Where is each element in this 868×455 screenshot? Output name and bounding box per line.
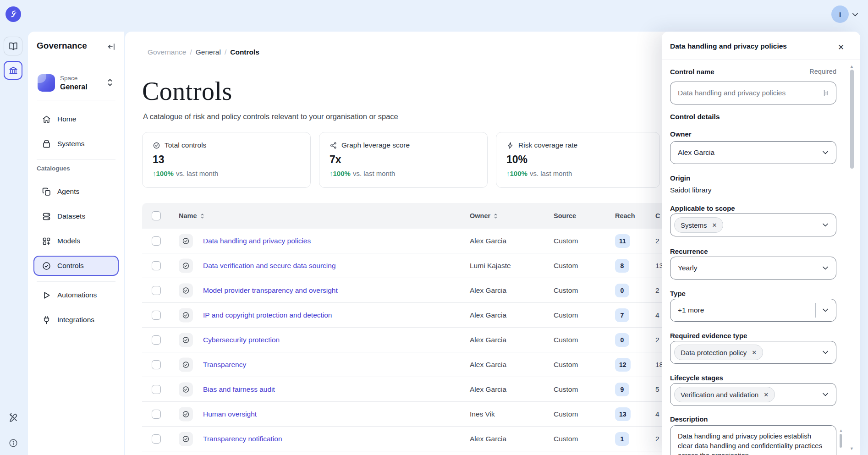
- library-rail-button[interactable]: [4, 37, 22, 55]
- control-name-link[interactable]: Data handling and privacy policies: [203, 237, 311, 245]
- check-circle-icon: [182, 286, 190, 294]
- control-type-badge: [179, 308, 193, 322]
- sidebar-divider: [37, 100, 115, 100]
- remove-chip-button[interactable]: ✕: [712, 222, 717, 229]
- control-name-link[interactable]: Model provider transparency and oversigh…: [203, 286, 338, 295]
- owner-cell: Alex Garcia: [470, 237, 506, 245]
- description-textarea[interactable]: Data handling and privacy policies estab…: [670, 425, 836, 455]
- close-icon: ✕: [712, 222, 717, 229]
- sidebar-item-controls[interactable]: Controls: [33, 256, 119, 276]
- scope-select[interactable]: Systems ✕: [670, 214, 836, 236]
- description-label: Description: [670, 415, 708, 423]
- reach-cell: 8: [615, 259, 629, 273]
- row-checkbox[interactable]: [152, 261, 161, 270]
- info-rail-button[interactable]: [6, 436, 20, 450]
- owner-cell: Alex Garcia: [470, 385, 506, 394]
- sidebar-item-systems[interactable]: Systems: [34, 134, 118, 154]
- lifecycle-label: Lifecycle stages: [670, 374, 723, 382]
- control-name-link[interactable]: Cybersecurity protection: [203, 336, 280, 344]
- panel-scroll-up-icon[interactable]: ▲: [850, 64, 854, 69]
- control-name-input[interactable]: [670, 82, 836, 104]
- sidebar-item-home[interactable]: Home: [34, 109, 118, 129]
- remove-chip-button[interactable]: ✕: [764, 391, 769, 398]
- reach-cell: 0: [615, 333, 629, 347]
- governance-rail-button[interactable]: [4, 61, 22, 80]
- panel-scroll-down-icon[interactable]: ▼: [850, 446, 854, 451]
- sidebar-item-label: Controls: [57, 262, 84, 270]
- space-avatar[interactable]: [38, 74, 55, 92]
- select-all-checkbox[interactable]: [152, 211, 161, 220]
- sidebar-item-integrations[interactable]: Integrations: [34, 310, 118, 330]
- control-name-link[interactable]: Bias and fairness audit: [203, 385, 275, 394]
- column-header-reach[interactable]: Reach: [615, 212, 635, 219]
- column-header-extra[interactable]: C: [655, 212, 660, 219]
- recurrence-select[interactable]: Yearly: [670, 257, 836, 280]
- sidebar-item-datasets[interactable]: Datasets: [34, 206, 118, 226]
- column-header-owner[interactable]: Owner: [470, 212, 499, 219]
- tools-rail-button[interactable]: [6, 411, 20, 424]
- extra-cell: 2: [655, 336, 659, 344]
- control-name-link[interactable]: Human oversight: [203, 410, 257, 418]
- sidebar-item-label: Integrations: [57, 316, 94, 324]
- extra-cell: 4: [655, 311, 659, 319]
- source-cell: Custom: [554, 237, 578, 245]
- sidebar-item-agents[interactable]: Agents: [34, 181, 118, 202]
- trend-caption: vs. last month: [176, 170, 219, 177]
- collapse-sidebar-button[interactable]: [106, 42, 117, 53]
- row-checkbox[interactable]: [152, 434, 161, 444]
- sort-icon[interactable]: [199, 213, 205, 219]
- close-panel-button[interactable]: ✕: [835, 41, 847, 53]
- breadcrumb-governance[interactable]: Governance: [148, 48, 186, 56]
- row-checkbox[interactable]: [152, 385, 161, 394]
- control-name-link[interactable]: Transparency notification: [203, 435, 282, 443]
- app-root: I Governance Space General Home Sys: [0, 0, 868, 455]
- owner-value: Alex Garcia: [678, 148, 714, 157]
- sidebar-item-models[interactable]: Models: [34, 231, 118, 251]
- control-detail-panel: Data handling and privacy policies ✕ Con…: [662, 32, 860, 455]
- control-name-field: [670, 82, 836, 104]
- breadcrumb: Governance / General / Controls: [148, 48, 259, 56]
- row-checkbox[interactable]: [152, 286, 161, 295]
- sort-icon[interactable]: [493, 213, 499, 219]
- control-name-link[interactable]: Transparency: [203, 361, 246, 369]
- lifecycle-select[interactable]: Verification and validation ✕: [670, 383, 836, 406]
- row-checkbox[interactable]: [152, 410, 161, 419]
- control-name-link[interactable]: IP and copyright protection and detectio…: [203, 311, 332, 319]
- page-title: Controls: [142, 77, 232, 106]
- row-checkbox[interactable]: [152, 335, 161, 345]
- lifecycle-chip: Verification and validation ✕: [674, 387, 775, 402]
- space-switcher-button[interactable]: [105, 77, 115, 89]
- type-select[interactable]: +1 more: [670, 299, 836, 322]
- owner-select[interactable]: Alex Garcia: [670, 141, 836, 164]
- breadcrumb-general[interactable]: General: [196, 48, 221, 56]
- breadcrumb-separator: /: [225, 48, 226, 56]
- check-circle-icon: [182, 262, 190, 269]
- avatar-menu-button[interactable]: [851, 10, 860, 19]
- panel-scrollbar-thumb[interactable]: [850, 70, 854, 169]
- chevron-down-icon: [821, 220, 830, 230]
- evidence-select[interactable]: Data protection policy ✕: [670, 341, 836, 364]
- column-header-source[interactable]: Source: [554, 212, 576, 219]
- column-header-name[interactable]: Name: [179, 212, 205, 219]
- required-hint: Required: [809, 68, 836, 75]
- sidebar: Governance Space General Home Systems Ca…: [28, 32, 124, 455]
- avatar[interactable]: I: [831, 5, 849, 23]
- trend-value: 100%: [510, 170, 527, 177]
- app-logo[interactable]: [5, 6, 21, 22]
- share-graph-icon: [330, 142, 337, 149]
- sidebar-title: Governance: [37, 41, 87, 51]
- evidence-label: Required evidence type: [670, 332, 747, 340]
- row-checkbox[interactable]: [152, 311, 161, 320]
- row-checkbox[interactable]: [152, 236, 161, 246]
- check-circle-icon: [182, 237, 190, 245]
- source-cell: Custom: [554, 361, 578, 369]
- remove-chip-button[interactable]: ✕: [752, 349, 757, 356]
- sidebar-item-automations[interactable]: Automations: [34, 285, 118, 305]
- reach-badge: 13: [615, 407, 631, 421]
- textarea-scrollbar-thumb[interactable]: [840, 434, 842, 448]
- stat-label: Risk coverage rate: [518, 141, 577, 149]
- row-checkbox[interactable]: [152, 360, 161, 369]
- space-name: General: [60, 83, 88, 91]
- text-handle-icon: [821, 88, 830, 98]
- control-name-link[interactable]: Data verification and secure data sourci…: [203, 262, 336, 270]
